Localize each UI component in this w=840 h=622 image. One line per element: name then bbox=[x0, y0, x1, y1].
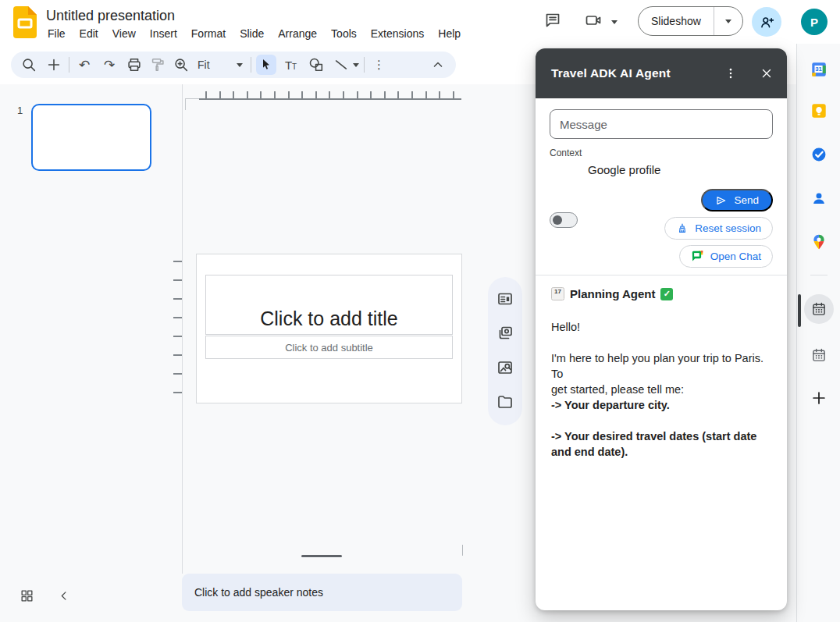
chevron-down-icon bbox=[725, 20, 731, 23]
rail-keep-app[interactable] bbox=[810, 102, 828, 119]
rail-get-addons-button[interactable] bbox=[810, 389, 828, 407]
drive-folder-button[interactable] bbox=[496, 393, 514, 411]
open-chat-button[interactable]: Open Chat bbox=[679, 245, 773, 268]
rail-tasks-app[interactable] bbox=[810, 146, 828, 163]
layout-templates-button[interactable] bbox=[496, 290, 514, 308]
google-slides-app: Untitled presentation File Edit View Ins… bbox=[0, 0, 840, 622]
agent-message-bullet1: -> Your departure city. bbox=[551, 397, 773, 413]
menu-view[interactable]: View bbox=[105, 26, 143, 41]
addon-panel-header: Travel ADK AI Agent bbox=[536, 48, 787, 98]
share-button[interactable] bbox=[752, 7, 781, 37]
google-chat-icon bbox=[691, 250, 704, 263]
meet-dropdown-caret[interactable] bbox=[611, 20, 618, 24]
title-placeholder[interactable]: Click to add title bbox=[205, 275, 453, 335]
google-maps-icon bbox=[810, 233, 828, 251]
rail-calendar-addon[interactable] bbox=[810, 347, 828, 364]
google-profile-toggle[interactable] bbox=[550, 212, 578, 228]
slide-thumbnail[interactable] bbox=[31, 104, 151, 171]
rail-travel-addon-active[interactable] bbox=[804, 294, 834, 324]
mop-icon bbox=[676, 222, 689, 235]
rail-calendar-app[interactable]: 31 bbox=[810, 61, 828, 78]
plus-icon bbox=[45, 56, 62, 73]
more-vertical-icon: ⋮ bbox=[373, 58, 385, 72]
send-icon bbox=[715, 194, 728, 207]
title-placeholder-text: Click to add title bbox=[260, 307, 397, 334]
chevron-up-icon bbox=[430, 57, 446, 73]
notes-resize-handle[interactable] bbox=[301, 555, 342, 557]
subtitle-placeholder-text: Click to add subtitle bbox=[285, 342, 373, 354]
text-box-button[interactable]: TT bbox=[281, 55, 301, 75]
chevron-left-icon bbox=[58, 589, 71, 602]
horizontal-ruler bbox=[199, 98, 461, 100]
zoom-fit-select[interactable]: Fit bbox=[198, 59, 210, 71]
document-title[interactable]: Untitled presentation bbox=[46, 8, 175, 24]
image-search-button[interactable] bbox=[496, 358, 514, 377]
send-button[interactable]: Send bbox=[701, 189, 773, 211]
speaker-notes-placeholder: Click to add speaker notes bbox=[194, 586, 323, 599]
google-profile-label: Google profile bbox=[588, 162, 660, 178]
zoom-fit-caret[interactable] bbox=[237, 63, 243, 67]
speaker-notes-box[interactable]: Click to add speaker notes bbox=[182, 574, 462, 611]
camera-images-button[interactable] bbox=[496, 324, 514, 343]
addon-menu-button[interactable] bbox=[721, 64, 740, 83]
new-slide-button[interactable] bbox=[44, 55, 64, 75]
menu-format[interactable]: Format bbox=[184, 26, 233, 41]
menu-help[interactable]: Help bbox=[431, 26, 468, 41]
menu-slide[interactable]: Slide bbox=[233, 26, 271, 41]
reset-session-label: Reset session bbox=[695, 222, 761, 234]
comments-button[interactable] bbox=[543, 10, 563, 30]
insert-shape-button[interactable] bbox=[306, 55, 326, 75]
avatar[interactable]: P bbox=[801, 9, 828, 35]
menu-edit[interactable]: Edit bbox=[73, 26, 105, 41]
menu-insert[interactable]: Insert bbox=[143, 26, 184, 41]
more-options-button[interactable]: ⋮ bbox=[369, 55, 390, 75]
redo-button[interactable]: ↷ bbox=[99, 55, 119, 75]
agent-message-bullet2: -> Your desired travel dates (start date… bbox=[551, 428, 773, 460]
menu-tools[interactable]: Tools bbox=[324, 26, 364, 41]
toolbar-divider bbox=[69, 57, 69, 73]
google-keep-icon bbox=[810, 102, 828, 119]
slide-canvas[interactable]: Click to add title Click to add subtitle bbox=[196, 254, 462, 403]
paint-format-button[interactable] bbox=[148, 55, 168, 75]
shapes-icon bbox=[308, 56, 325, 73]
meet-button[interactable] bbox=[583, 10, 603, 30]
slideshow-dropdown-button[interactable] bbox=[714, 20, 742, 23]
slideshow-button[interactable]: Slideshow bbox=[639, 15, 714, 27]
print-button[interactable] bbox=[124, 55, 144, 75]
agent-message-intro: I'm here to help you plan your trip to P… bbox=[551, 350, 773, 397]
zoom-in-icon bbox=[173, 56, 190, 73]
quick-tools-pill bbox=[488, 277, 522, 425]
google-calendar-icon: 31 bbox=[810, 61, 828, 78]
subtitle-placeholder[interactable]: Click to add subtitle bbox=[205, 336, 453, 359]
hide-menus-button[interactable] bbox=[428, 55, 448, 75]
rail-maps-app[interactable] bbox=[810, 233, 828, 251]
line-caret[interactable] bbox=[353, 63, 359, 67]
canvas-edge-line bbox=[462, 545, 463, 556]
grid-view-button[interactable] bbox=[20, 588, 34, 603]
check-mark-icon: ✓ bbox=[660, 288, 673, 300]
message-input[interactable] bbox=[550, 109, 773, 139]
vertical-ruler-ticks bbox=[173, 261, 182, 406]
open-chat-label: Open Chat bbox=[710, 251, 761, 262]
reset-session-button[interactable]: Reset session bbox=[664, 217, 773, 240]
addon-close-button[interactable] bbox=[757, 64, 776, 83]
agent-heading: 17 Planning Agent ✓ bbox=[551, 287, 673, 300]
menu-arrange[interactable]: Arrange bbox=[271, 26, 324, 41]
search-menus-button[interactable] bbox=[19, 55, 39, 75]
undo-icon: ↶ bbox=[79, 59, 90, 72]
agent-name: Planning Agent bbox=[570, 287, 655, 300]
filmstrip-divider bbox=[182, 84, 183, 574]
insert-line-button[interactable] bbox=[331, 55, 351, 75]
menu-file[interactable]: File bbox=[41, 26, 73, 41]
ruler-corner-v bbox=[185, 98, 186, 110]
addon-panel: Travel ADK AI Agent Context Google profi… bbox=[536, 48, 787, 610]
select-tool-button[interactable] bbox=[256, 55, 276, 75]
rail-divider bbox=[810, 275, 828, 275]
slides-logo[interactable] bbox=[13, 6, 37, 41]
collapse-filmstrip-button[interactable] bbox=[58, 589, 71, 602]
menu-extensions[interactable]: Extensions bbox=[364, 26, 431, 41]
undo-button[interactable]: ↶ bbox=[74, 55, 94, 75]
zoom-button[interactable] bbox=[171, 55, 191, 75]
rail-contacts-app[interactable] bbox=[810, 190, 828, 207]
panel-divider bbox=[536, 275, 787, 275]
